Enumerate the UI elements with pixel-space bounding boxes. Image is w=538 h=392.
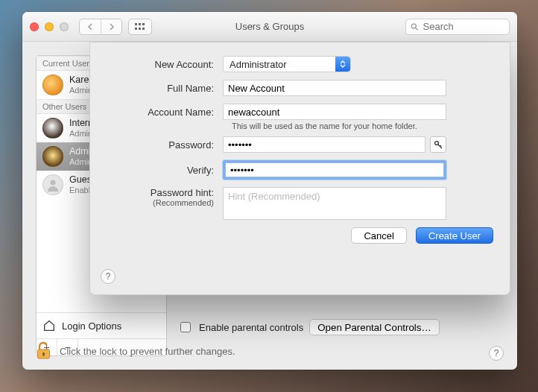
svg-rect-2: [142, 23, 145, 25]
open-parental-controls-button[interactable]: Open Parental Controls…: [309, 319, 440, 335]
label-account-name: Account Name:: [98, 107, 223, 118]
forward-button[interactable]: [101, 19, 121, 34]
svg-rect-11: [43, 354, 45, 356]
minimize-window-icon[interactable]: [45, 22, 54, 31]
verify-password-input[interactable]: [225, 162, 444, 177]
search-input[interactable]: [422, 20, 504, 33]
lock-text: Click the lock to prevent further change…: [60, 346, 235, 357]
account-name-input[interactable]: [223, 104, 446, 120]
account-type-dropdown[interactable]: Administrator: [223, 56, 351, 72]
label-full-name: Full Name:: [98, 83, 223, 94]
close-window-icon[interactable]: [30, 22, 39, 31]
label-password: Password:: [98, 139, 223, 151]
svg-rect-3: [135, 28, 137, 30]
svg-rect-0: [135, 23, 137, 25]
avatar: [42, 146, 63, 167]
preferences-window: Users & Groups Current User KarenAdmin O…: [22, 12, 517, 370]
back-button[interactable]: [80, 19, 101, 34]
unlocked-lock-icon[interactable]: [36, 341, 52, 361]
svg-rect-4: [139, 28, 141, 30]
search-icon: [411, 22, 419, 31]
enable-parental-label: Enable parental controls: [199, 322, 303, 333]
svg-line-7: [416, 28, 418, 30]
key-icon: [434, 140, 443, 149]
new-account-sheet: New Account: Administrator Full Name: Ac…: [89, 42, 510, 295]
sheet-help-button[interactable]: ?: [101, 269, 115, 284]
chevron-up-down-icon: [335, 57, 350, 72]
search-field[interactable]: [405, 19, 510, 35]
password-assistant-button[interactable]: [430, 136, 446, 153]
zoom-window-icon: [60, 22, 69, 31]
svg-point-6: [411, 24, 416, 28]
label-hint: Password hint: (Recommended): [98, 187, 223, 207]
svg-point-12: [435, 142, 439, 145]
label-verify: Verify:: [98, 165, 223, 176]
full-name-input[interactable]: [223, 80, 446, 96]
avatar: [42, 118, 63, 139]
lock-row: Click the lock to prevent further change…: [36, 341, 235, 361]
show-all-button[interactable]: [128, 19, 152, 35]
label-new-account: New Account:: [98, 59, 223, 70]
help-button[interactable]: ?: [489, 346, 504, 361]
cancel-button[interactable]: Cancel: [351, 227, 406, 244]
home-folder-helper: This will be used as the name for your h…: [232, 121, 493, 130]
password-hint-input[interactable]: [223, 187, 446, 220]
avatar: [42, 174, 63, 195]
create-user-button[interactable]: Create User: [416, 227, 493, 244]
svg-point-8: [51, 180, 56, 186]
svg-rect-5: [142, 28, 145, 30]
password-input[interactable]: [223, 136, 425, 153]
avatar: [42, 75, 63, 95]
svg-rect-1: [139, 23, 141, 25]
login-options[interactable]: Login Options: [37, 312, 166, 338]
enable-parental-checkbox[interactable]: [180, 322, 191, 332]
titlebar: Users & Groups: [22, 12, 517, 42]
home-icon: [42, 319, 56, 332]
window-controls: [30, 22, 69, 31]
nav-back-forward: [79, 19, 122, 35]
